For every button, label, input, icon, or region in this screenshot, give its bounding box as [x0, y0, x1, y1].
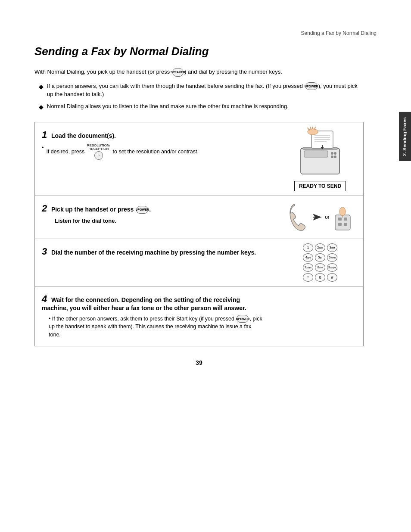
- svg-rect-22: [338, 218, 342, 221]
- key-1: 1: [303, 243, 313, 252]
- intro-bullet-1-text: If a person answers, you can talk with t…: [47, 82, 364, 99]
- key-hash: #: [327, 273, 337, 282]
- step-1-right: READY TO SEND: [277, 122, 363, 196]
- step-2-title: Pick up the handset or press UPOWER.: [51, 206, 151, 213]
- speaker-key-intro: SPEAKER: [172, 68, 184, 77]
- step-2-row: 2 Pick up the handset or press UPOWER. L…: [35, 196, 363, 239]
- ready-to-send-text: READY TO SEND: [299, 183, 341, 189]
- step-4-title-block: 4 Wait for the connection. Depending on …: [42, 293, 264, 311]
- step-1-bullet: • If desired, press RESOLUTION/RECEPTION…: [42, 144, 268, 160]
- diamond-1: ◆: [39, 82, 44, 99]
- keypad-row-4: * 0 #: [303, 273, 337, 282]
- main-content: Sending a Fax by Normal Dialing With Nor…: [0, 45, 398, 375]
- keypad-row-2: 4ghi 5jkl 6mno: [303, 253, 337, 262]
- step-3-right: 1 2abc 3def 4ghi 5jkl 6mno 7pqrs 8tuv: [277, 239, 363, 286]
- keypad-row-1: 1 2abc 3def: [303, 243, 337, 252]
- step-1-row: 1 Load the document(s). • If desired, pr…: [35, 122, 363, 196]
- step-3-number: 3: [42, 246, 47, 257]
- side-tab: 2. Sending Faxes: [399, 112, 411, 161]
- key-4: 4ghi: [303, 253, 313, 262]
- key-7: 7pqrs: [303, 263, 313, 272]
- step-1-bullet-text: If desired, press RESOLUTION/RECEPTION ○…: [46, 144, 199, 160]
- svg-point-5: [334, 156, 336, 158]
- intro-paragraph: With Normal Dialing, you pick up the han…: [34, 68, 364, 77]
- step-4-title: Wait for the connection. Depending on th…: [42, 296, 246, 311]
- side-tab-text: 2. Sending Faxes: [402, 117, 408, 156]
- step-2-right: or: [277, 196, 363, 239]
- resolution-key: ○: [94, 151, 103, 160]
- ready-to-send-box: READY TO SEND: [294, 181, 346, 191]
- key-6: 6mno: [327, 253, 337, 262]
- intro-bullet-2: ◆ Normal Dialing allows you to listen to…: [34, 102, 364, 112]
- key-3: 3def: [327, 243, 337, 252]
- key-5: 5jkl: [315, 253, 325, 262]
- upower-key-1: UPOWER: [305, 82, 318, 90]
- step-3-row: 3 Dial the number of the receiving machi…: [35, 239, 363, 286]
- header-title: Sending a Fax by Normal Dialing: [301, 30, 377, 36]
- svg-point-2: [331, 152, 333, 155]
- svg-line-18: [314, 127, 315, 129]
- svg-point-4: [331, 156, 333, 158]
- intro-bullet-2-text: Normal Dialing allows you to listen to t…: [47, 102, 289, 112]
- fax-illustration: READY TO SEND: [286, 127, 355, 191]
- step-3-title-block: 3 Dial the number of the receiving machi…: [42, 246, 268, 257]
- step-1-left: 1 Load the document(s). • If desired, pr…: [35, 122, 277, 196]
- svg-point-3: [334, 152, 336, 155]
- upower-key-2: UPOWER: [136, 206, 148, 214]
- arrow-left-svg: [311, 213, 321, 221]
- handset-svg: [288, 202, 307, 232]
- step-4-right: [277, 286, 363, 346]
- upower-key-4: UPOWER: [237, 315, 249, 323]
- resolution-label: RESOLUTION/RECEPTION: [87, 144, 110, 152]
- key-2: 2abc: [315, 243, 325, 252]
- steps-container: 1 Load the document(s). • If desired, pr…: [34, 122, 364, 346]
- step-2-title-block: 2 Pick up the handset or press UPOWER.: [42, 203, 268, 214]
- step-1-number: 1: [42, 129, 47, 140]
- keypad-grid: 1 2abc 3def 4ghi 5jkl 6mno 7pqrs 8tuv: [303, 243, 337, 282]
- step-1-bullet-dot: •: [42, 144, 44, 160]
- diamond-2: ◆: [39, 103, 44, 112]
- svg-rect-24: [338, 223, 342, 226]
- svg-line-16: [310, 127, 311, 129]
- intro-bullet-1: ◆ If a person answers, you can talk with…: [34, 82, 364, 99]
- svg-rect-23: [344, 218, 347, 221]
- header: Sending a Fax by Normal Dialing: [0, 17, 411, 36]
- svg-line-15: [308, 128, 309, 130]
- key-8: 8tuv: [315, 263, 325, 272]
- key-0: 0: [315, 273, 325, 282]
- step-3-title: Dial the number of the receiving machine…: [51, 249, 256, 256]
- step-2-subtitle: Listen for the dial tone.: [42, 218, 268, 224]
- page-wrapper: 2. Sending Faxes Sending a Fax by Normal…: [0, 0, 411, 532]
- step-4-bullet-dot: •: [49, 316, 50, 322]
- step-2-number: 2: [42, 203, 47, 214]
- finger-svg: [333, 202, 352, 232]
- step-4-number: 4: [42, 293, 47, 304]
- keypad-row-3: 7pqrs 8tuv 9wxyz: [303, 263, 337, 272]
- fax-machine-svg: [288, 127, 352, 178]
- step-2-left: 2 Pick up the handset or press UPOWER. L…: [35, 196, 277, 239]
- svg-point-26: [339, 207, 346, 216]
- key-star: *: [303, 273, 313, 282]
- step-1-title: Load the document(s).: [51, 132, 116, 139]
- handset-illustration: or: [288, 202, 352, 232]
- step-1-title-block: 1 Load the document(s).: [42, 129, 268, 140]
- svg-rect-1: [304, 151, 328, 157]
- page-title: Sending a Fax by Normal Dialing: [34, 45, 364, 58]
- or-label: or: [325, 214, 330, 220]
- step-3-left: 3 Dial the number of the receiving machi…: [35, 239, 277, 286]
- step-4-sub: • If the other person answers, ask them …: [42, 315, 264, 339]
- svg-rect-25: [344, 223, 347, 226]
- key-9: 9wxyz: [327, 263, 337, 272]
- page-number: 39: [34, 359, 364, 375]
- step-4-left: 4 Wait for the connection. Depending on …: [35, 286, 277, 346]
- step-4-row: 4 Wait for the connection. Depending on …: [35, 286, 363, 346]
